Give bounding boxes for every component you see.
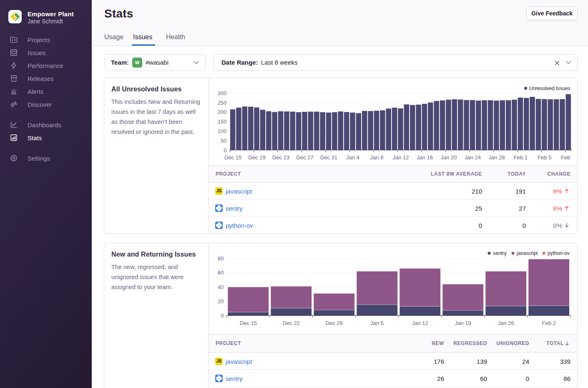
svg-text:0: 0 xyxy=(224,147,226,154)
svg-text:50: 50 xyxy=(221,138,226,144)
svg-text:Feb 1: Feb 1 xyxy=(514,154,528,161)
svg-text:Dec 27: Dec 27 xyxy=(296,154,313,161)
svg-text:300: 300 xyxy=(218,90,227,96)
svg-text:Jan 5: Jan 5 xyxy=(370,320,384,326)
svg-text:Dec 15: Dec 15 xyxy=(240,320,257,326)
svg-text:javascript: javascript xyxy=(516,250,538,256)
svg-text:Jan 20: Jan 20 xyxy=(440,154,457,161)
svg-text:python-ov: python-ov xyxy=(548,250,570,256)
svg-text:Jan 24: Jan 24 xyxy=(465,154,481,161)
svg-text:0: 0 xyxy=(221,312,224,319)
svg-text:80: 80 xyxy=(218,255,224,262)
svg-text:Unresolved Issues: Unresolved Issues xyxy=(529,86,570,91)
svg-text:Feb: Feb xyxy=(561,154,570,161)
svg-text:Jan 19: Jan 19 xyxy=(455,320,471,326)
svg-text:100: 100 xyxy=(218,128,227,134)
svg-text:200: 200 xyxy=(218,109,227,115)
svg-text:250: 250 xyxy=(218,100,227,106)
svg-text:Jan 12: Jan 12 xyxy=(412,320,428,326)
svg-text:Jan 26: Jan 26 xyxy=(498,320,514,326)
svg-text:60: 60 xyxy=(218,270,224,276)
svg-text:Dec 15: Dec 15 xyxy=(224,154,241,161)
svg-text:Jan 4: Jan 4 xyxy=(346,154,359,161)
svg-text:Feb 2: Feb 2 xyxy=(542,320,555,326)
svg-text:Dec 29: Dec 29 xyxy=(326,320,343,326)
svg-text:sentry: sentry xyxy=(493,250,507,256)
svg-text:20: 20 xyxy=(218,298,224,305)
svg-text:Jan 8: Jan 8 xyxy=(370,154,384,161)
svg-text:Jan 12: Jan 12 xyxy=(392,154,409,161)
svg-text:150: 150 xyxy=(218,118,227,125)
svg-text:Jan 16: Jan 16 xyxy=(417,154,433,161)
svg-text:Dec 31: Dec 31 xyxy=(320,154,337,161)
svg-text:Dec 22: Dec 22 xyxy=(283,320,300,326)
svg-text:Dec 23: Dec 23 xyxy=(272,154,289,161)
svg-text:Dec 19: Dec 19 xyxy=(248,154,265,161)
svg-text:40: 40 xyxy=(218,284,224,290)
svg-text:Jan 28: Jan 28 xyxy=(488,154,505,161)
svg-text:Feb 5: Feb 5 xyxy=(538,154,551,161)
